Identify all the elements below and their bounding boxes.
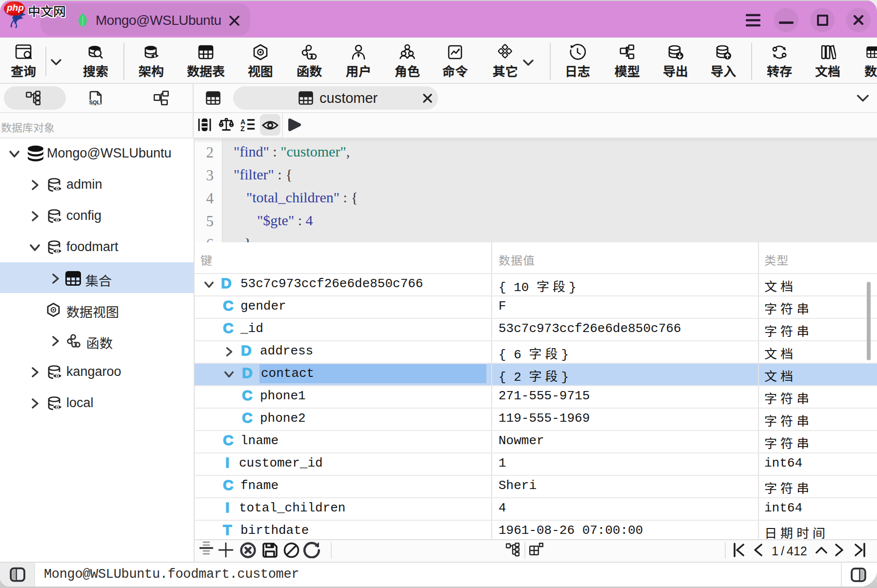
svg-text:Z: Z <box>240 125 245 132</box>
svg-text:SQL: SQL <box>89 99 100 105</box>
